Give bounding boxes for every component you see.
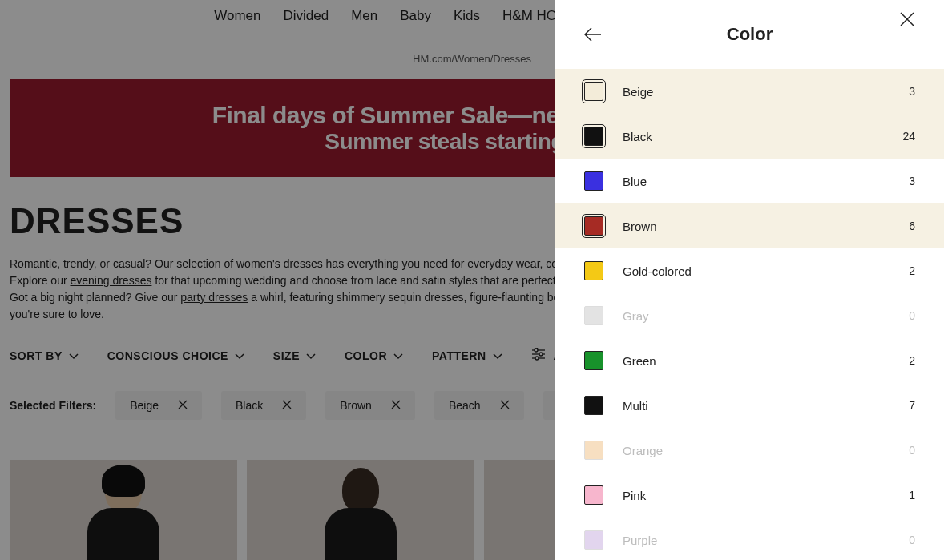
color-list: Beige3Black24Blue3Brown6Gold-colored2Gra… xyxy=(555,69,944,560)
color-count: 0 xyxy=(909,534,915,546)
color-swatch xyxy=(584,171,603,191)
color-name: Beige xyxy=(623,85,909,99)
panel-title: Color xyxy=(727,24,773,45)
color-swatch xyxy=(584,216,603,236)
color-swatch xyxy=(584,485,603,505)
color-option[interactable]: Gold-colored2 xyxy=(555,248,944,293)
color-count: 2 xyxy=(909,354,915,367)
color-count: 24 xyxy=(902,130,915,143)
color-count: 0 xyxy=(909,309,915,322)
color-option: Orange0 xyxy=(555,428,944,473)
color-count: 1 xyxy=(909,489,915,502)
arrow-left-icon xyxy=(584,27,602,42)
color-swatch xyxy=(584,82,603,101)
color-count: 3 xyxy=(909,175,915,187)
color-swatch xyxy=(584,530,603,550)
color-count: 6 xyxy=(909,220,915,232)
close-icon xyxy=(899,11,915,27)
color-name: Blue xyxy=(623,175,909,188)
color-option[interactable]: Brown6 xyxy=(555,203,944,248)
color-name: Multi xyxy=(623,399,909,413)
color-name: Purple xyxy=(623,534,909,547)
color-swatch xyxy=(584,441,603,460)
color-option[interactable]: Blue3 xyxy=(555,159,944,203)
color-option[interactable]: Black24 xyxy=(555,114,944,159)
color-count: 3 xyxy=(909,85,915,98)
color-count: 2 xyxy=(909,264,915,277)
color-option: Gray0 xyxy=(555,293,944,338)
color-name: Gold-colored xyxy=(623,264,909,278)
color-swatch xyxy=(584,261,603,280)
color-option[interactable]: Pink1 xyxy=(555,473,944,518)
color-option[interactable]: Beige3 xyxy=(555,69,944,114)
color-option[interactable]: Green2 xyxy=(555,338,944,383)
color-option[interactable]: Multi7 xyxy=(555,383,944,428)
color-swatch xyxy=(584,351,603,370)
color-name: Green xyxy=(623,354,909,368)
color-option: Purple0 xyxy=(555,518,944,560)
close-button[interactable] xyxy=(899,11,915,30)
color-name: Orange xyxy=(623,444,909,457)
color-name: Gray xyxy=(623,309,909,323)
color-name: Pink xyxy=(623,489,909,502)
color-count: 7 xyxy=(909,399,915,412)
color-swatch xyxy=(584,127,603,146)
color-swatch xyxy=(584,306,603,325)
color-filter-panel: Color Beige3Black24Blue3Brown6Gold-color… xyxy=(555,0,944,560)
color-swatch xyxy=(584,396,603,415)
color-count: 0 xyxy=(909,444,915,457)
color-name: Brown xyxy=(623,220,909,233)
back-button[interactable] xyxy=(584,27,602,45)
color-name: Black xyxy=(623,130,902,143)
panel-header: Color xyxy=(555,0,944,69)
